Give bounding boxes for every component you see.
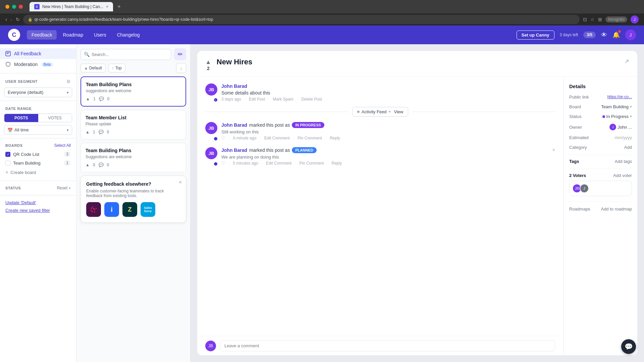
view-chevron-icon: ▾ xyxy=(389,110,391,114)
status-value-wrap[interactable]: In Progress ▾ xyxy=(602,114,632,119)
forward-button[interactable]: › xyxy=(10,16,12,22)
status-header: Status Reset ▾ xyxy=(0,184,76,192)
add-to-roadmap-button[interactable]: Add to roadmap xyxy=(601,206,632,212)
owner-value-wrap: J John ... xyxy=(609,124,632,130)
select-all-link[interactable]: Select All xyxy=(54,143,71,148)
nav-link-users[interactable]: Users xyxy=(89,30,111,40)
profile-avatar[interactable]: J xyxy=(631,15,639,23)
create-board-button[interactable]: + Create board xyxy=(0,167,76,177)
board-item-team-building[interactable]: Team Building 1 xyxy=(0,159,76,167)
app-logo[interactable]: C xyxy=(8,29,20,41)
default-filter-button[interactable]: ▲ Default xyxy=(80,64,106,72)
expand-icon[interactable]: ↗ xyxy=(624,58,629,65)
all-time-select[interactable]: 📅 All time ▾ xyxy=(4,125,72,135)
activity-feed-button[interactable]: ≡ Activity Feed ▾ View xyxy=(352,107,409,117)
reply-0[interactable]: Reply xyxy=(330,136,340,140)
comment-count-0: 0 xyxy=(107,97,110,101)
upvote-arrow-icon[interactable]: ▲ xyxy=(205,59,211,65)
main-layout: All Feedback Moderation Beta User Segmen… xyxy=(0,44,644,362)
estimated-value[interactable]: mm/yyyy xyxy=(615,135,632,140)
roadmap-row: Roadmaps Add to roadmap xyxy=(569,201,632,212)
bookmark-icon[interactable]: ☆ xyxy=(590,17,595,22)
board-item-qr-code[interactable]: ✓ QR Code List 3 xyxy=(0,150,76,159)
post-card-2[interactable]: Team Building Plans Suggestions are welc… xyxy=(80,143,186,172)
owner-avatar: J xyxy=(609,124,616,130)
voters-section: 2 Voters Add voter JB J xyxy=(569,169,632,196)
post-card-1[interactable]: Team Member List Please update ▲ 1 💬 0 xyxy=(80,110,186,139)
notification-icon[interactable]: 🔔 xyxy=(612,31,620,39)
search-icon: 🔍 xyxy=(84,52,90,57)
pin-comment-1[interactable]: Pin Comment xyxy=(299,161,324,166)
address-input[interactable]: 🔒 qr-code-generator.canny.io/admin/feedb… xyxy=(23,15,580,24)
board-count-qr-code: 3 xyxy=(64,152,71,157)
new-post-button[interactable]: ✏ xyxy=(174,48,186,60)
activity-footer-1: ♡ · 5 minutes ago · Edit Comment · Pin C… xyxy=(221,161,555,166)
vote-count-0: 1 xyxy=(93,97,96,101)
user-segment-select[interactable]: Everyone (default) xyxy=(4,87,72,97)
post-detail-title: New Hires xyxy=(217,58,624,66)
reply-1[interactable]: Reply xyxy=(332,161,342,166)
back-button[interactable]: ‹ xyxy=(5,16,7,22)
window-control-maximize[interactable] xyxy=(12,5,16,9)
sidebar-item-all-feedback[interactable]: All Feedback xyxy=(0,48,76,59)
date-tab-votes[interactable]: VOTES xyxy=(38,114,72,122)
activity-close-icon-1[interactable]: × xyxy=(552,147,555,153)
reset-link[interactable]: Reset xyxy=(57,186,67,190)
post-meta-1: ▲ 1 💬 0 xyxy=(86,130,181,134)
calendar-icon: 📅 xyxy=(7,127,13,132)
edit-comment-0[interactable]: Edit Comment xyxy=(264,136,290,140)
window-control-close[interactable] xyxy=(19,5,23,9)
setup-canny-button[interactable]: Set up Canny xyxy=(517,31,554,40)
chat-bubble[interactable]: 💬 xyxy=(621,339,636,354)
detail-row-owner: Owner J John ... xyxy=(569,124,632,130)
edit-post-link[interactable]: Edit Post xyxy=(249,97,265,102)
add-tags-button[interactable]: Add tags xyxy=(615,159,632,164)
download-button[interactable]: ↓ xyxy=(176,63,186,73)
public-link-label: Public link xyxy=(569,95,589,100)
view-icon[interactable]: 👁 xyxy=(601,32,607,39)
moderation-label: Moderation xyxy=(14,62,38,67)
board-checkbox-team-building[interactable] xyxy=(5,161,10,166)
leave-comment-input[interactable] xyxy=(220,340,555,351)
board-value-wrap[interactable]: Team Building ▾ xyxy=(601,104,632,109)
user-segment-gear-icon[interactable]: ⚙ xyxy=(66,79,71,84)
pin-comment-0[interactable]: Pin Comment xyxy=(298,136,322,140)
update-default-link[interactable]: Update 'Default' xyxy=(0,199,76,206)
heart-icon-1[interactable]: ♡ xyxy=(221,161,225,166)
user-avatar-nav[interactable]: J xyxy=(625,29,636,40)
all-time-select-wrap[interactable]: 📅 All time ▾ xyxy=(4,125,72,135)
middle-panel: 🔍 ✏ ▲ Default ↑ Top ↓ Team Building Plan… xyxy=(76,44,191,362)
delete-post-link[interactable]: Delete Post xyxy=(301,97,322,102)
mark-spam-link[interactable]: Mark Spam xyxy=(273,97,293,102)
category-add[interactable]: Add xyxy=(624,145,632,150)
public-link-value[interactable]: https://qr-co... xyxy=(607,95,632,99)
popup-close-button[interactable]: × xyxy=(179,179,182,185)
post-card-0[interactable]: Team Building Plans suggestions are welc… xyxy=(80,76,186,107)
board-checkbox-qr-code[interactable]: ✓ xyxy=(5,152,10,157)
edit-comment-1[interactable]: Edit Comment xyxy=(266,161,291,166)
vote-count-1: 1 xyxy=(93,130,95,134)
window-control-minimize[interactable] xyxy=(5,5,9,9)
sidebar-item-moderation[interactable]: Moderation Beta xyxy=(0,59,76,70)
activity-body-1: We are planning on doing this xyxy=(221,155,555,160)
heart-icon-0[interactable]: ♡ xyxy=(221,136,225,140)
reload-button[interactable]: ↻ xyxy=(16,17,20,22)
nav-link-roadmap[interactable]: Roadmap xyxy=(58,30,88,40)
extensions-icon[interactable]: ⊞ xyxy=(598,17,602,22)
nav-link-feedback[interactable]: Feedback xyxy=(27,30,57,40)
nav-link-changelog[interactable]: Changelog xyxy=(112,30,145,40)
screen-share-icon[interactable]: ⊡ xyxy=(583,17,587,22)
create-saved-filter-link[interactable]: Create new saved filter xyxy=(0,206,76,214)
zendesk-logo: Z xyxy=(122,202,137,217)
all-feedback-icon xyxy=(5,51,11,56)
search-input[interactable] xyxy=(80,49,171,60)
tab-close-icon[interactable]: × xyxy=(106,4,108,9)
top-filter-button[interactable]: ↑ Top xyxy=(108,64,125,72)
view-label: View xyxy=(394,109,404,114)
add-voter-button[interactable]: Add voter xyxy=(613,173,632,178)
date-tab-posts[interactable]: POSTS xyxy=(4,114,38,122)
user-segment-select-wrap[interactable]: Everyone (default) ▾ xyxy=(4,87,72,97)
new-tab-button[interactable]: + xyxy=(114,2,124,11)
comment-icon-0: 💬 xyxy=(99,97,104,101)
browser-tab-active[interactable]: C New Hires | Team Building | Can... × xyxy=(30,2,113,11)
